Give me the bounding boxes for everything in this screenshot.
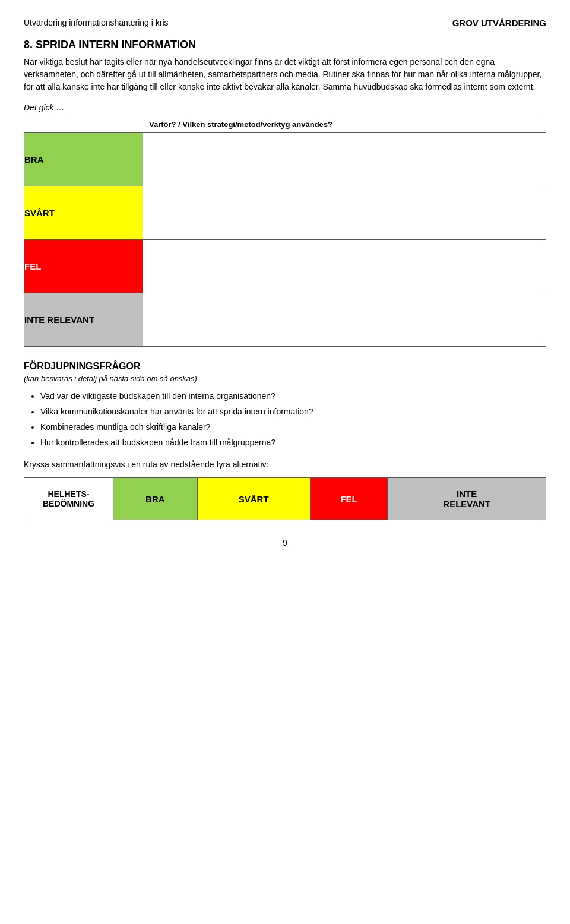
evaluation-table: Varför? / Vilken strategi/metod/verktyg … [24, 116, 546, 347]
bra-content[interactable] [143, 133, 546, 186]
fel-content[interactable] [143, 240, 546, 293]
inte-relevant-content[interactable] [143, 293, 546, 347]
list-item: Kombinerades muntliga och skriftliga kan… [40, 421, 546, 433]
fordjupning-title: FÖRDJUPNINGSFRÅGOR [24, 361, 546, 372]
header-right: GROV UTVÄRDERING [452, 18, 546, 28]
summary-table: HELHETS- BEDÖMNING BRA SVÅRT FEL INTE RE… [24, 477, 546, 520]
summary-fel-cell[interactable]: FEL [310, 478, 388, 520]
section-body: När viktiga beslut har tagits eller när … [24, 56, 546, 93]
kryssa-text: Kryssa sammanfattningsvis i en ruta av n… [24, 460, 546, 469]
col1-header [24, 116, 143, 133]
summary-svart-cell[interactable]: SVÅRT [197, 478, 310, 520]
fordjupning-section: FÖRDJUPNINGSFRÅGOR (kan besvaras i detal… [24, 361, 546, 449]
table-row: INTE RELEVANT [24, 293, 546, 347]
list-item: Vad var de viktigaste budskapen till den… [40, 390, 546, 403]
fel-label: FEL [24, 240, 143, 293]
det-gick-label: Det gick … [24, 103, 546, 112]
col2-header: Varför? / Vilken strategi/metod/verktyg … [143, 116, 546, 133]
list-item: Vilka kommunikationskanaler har använts … [40, 406, 546, 418]
summary-label: HELHETS- BEDÖMNING [24, 478, 113, 520]
summary-bra-cell[interactable]: BRA [113, 478, 198, 520]
svart-label: SVÅRT [24, 186, 143, 240]
page-header: Utvärdering informationshantering i kris… [24, 18, 546, 28]
fordjupning-subtitle: (kan besvaras i detalj på nästa sida om … [24, 374, 546, 383]
summary-row: HELHETS- BEDÖMNING BRA SVÅRT FEL INTE RE… [24, 478, 546, 520]
bullet-list: Vad var de viktigaste budskapen till den… [24, 390, 546, 449]
table-row: SVÅRT [24, 186, 546, 240]
page-number: 9 [24, 538, 546, 548]
summary-inte-cell[interactable]: INTE RELEVANT [388, 478, 546, 520]
svart-content[interactable] [143, 186, 546, 240]
header-left: Utvärdering informationshantering i kris [24, 18, 169, 27]
section-title: 8. SPRIDA INTERN INFORMATION [24, 39, 546, 51]
inte-relevant-label: INTE RELEVANT [24, 293, 143, 347]
table-row: FEL [24, 240, 546, 293]
table-row: BRA [24, 133, 546, 186]
bra-label: BRA [24, 133, 143, 186]
list-item: Hur kontrollerades att budskapen nådde f… [40, 436, 546, 449]
